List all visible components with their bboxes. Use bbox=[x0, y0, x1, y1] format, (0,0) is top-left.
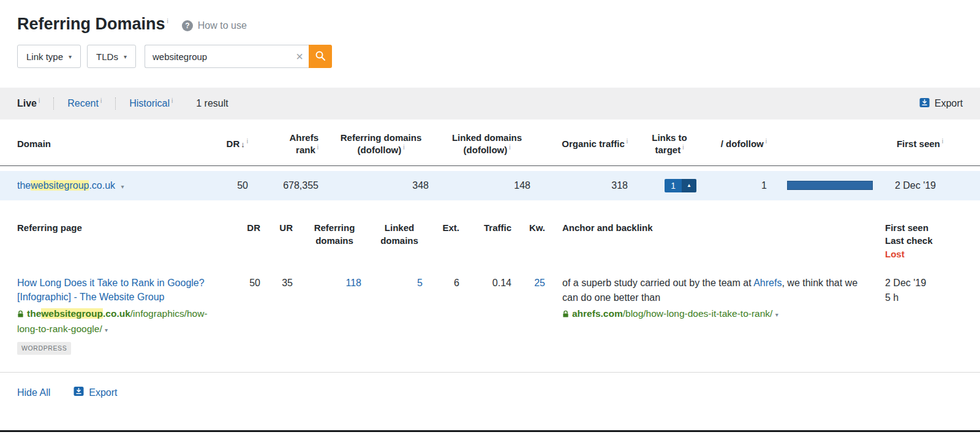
page-bottom-border bbox=[0, 430, 980, 432]
info-icon[interactable]: i bbox=[317, 144, 318, 151]
referring-page-link[interactable]: How Long Does it Take to Rank in Google?… bbox=[17, 276, 208, 304]
col-page-dr-label: DR bbox=[247, 222, 260, 233]
url-prefix: the bbox=[27, 308, 41, 319]
info-icon[interactable]: i bbox=[247, 138, 248, 145]
kw-link[interactable]: 25 bbox=[534, 278, 545, 288]
col-page-dr[interactable]: DR bbox=[242, 221, 268, 235]
footer-export-label: Export bbox=[89, 387, 117, 398]
url-suffix: .co.uk bbox=[103, 308, 130, 319]
col-page-ur[interactable]: UR bbox=[268, 221, 300, 235]
backlink-dropdown-icon[interactable]: ▾ bbox=[775, 311, 778, 318]
info-icon[interactable]: i bbox=[509, 144, 510, 151]
lock-icon bbox=[562, 309, 569, 320]
link-type-dropdown[interactable]: Link type ▾ bbox=[17, 45, 81, 68]
info-icon[interactable]: i bbox=[766, 138, 767, 145]
col-referring-domains[interactable]: Referring domains (dofollow)i bbox=[326, 132, 436, 157]
export-button[interactable]: Export bbox=[919, 97, 963, 110]
info-icon[interactable]: i bbox=[942, 138, 943, 145]
col-page-referring-domains[interactable]: Referring domains bbox=[300, 221, 369, 248]
backlink-path[interactable]: /blog/how-long-does-it-take-to-rank/ bbox=[623, 308, 773, 319]
page-last-check-value: 5 h bbox=[885, 290, 963, 305]
export-icon bbox=[919, 97, 930, 110]
footer-export-button[interactable]: Export bbox=[74, 386, 117, 399]
info-icon[interactable]: i bbox=[100, 97, 102, 104]
tab-historical[interactable]: Historicali bbox=[129, 98, 173, 109]
page-first-seen-value: 2 Dec '19 bbox=[885, 276, 963, 290]
page-referring-domains-link[interactable]: 118 bbox=[345, 278, 361, 288]
col-domain[interactable]: Domain bbox=[17, 138, 202, 150]
col-first-seen[interactable]: First seeni bbox=[880, 138, 963, 150]
tab-recent[interactable]: Recenti bbox=[67, 98, 102, 109]
dr-value: 50 bbox=[202, 180, 255, 191]
domain-highlight: websitegroup bbox=[31, 180, 89, 191]
clear-search-icon[interactable]: × bbox=[296, 50, 303, 63]
export-icon bbox=[74, 386, 84, 399]
links-to-target-badge[interactable]: 1 ▲ bbox=[665, 179, 696, 192]
info-icon[interactable]: i bbox=[403, 144, 404, 151]
info-icon[interactable]: i bbox=[627, 138, 628, 145]
info-icon[interactable]: i bbox=[39, 97, 40, 104]
result-count: 1 result bbox=[196, 98, 228, 109]
tab-live[interactable]: Livei bbox=[17, 98, 40, 109]
export-label: Export bbox=[935, 98, 963, 109]
col-ext[interactable]: Ext. bbox=[430, 221, 467, 235]
col-page-linked-domains[interactable]: Linked domains bbox=[369, 221, 430, 248]
page-linked-domains-link[interactable]: 5 bbox=[417, 278, 423, 288]
page-first-seen-cell: 2 Dec '19 5 h bbox=[876, 276, 963, 305]
sort-desc-icon: ↓ bbox=[241, 140, 245, 149]
col-dr[interactable]: DR↓i bbox=[202, 138, 255, 150]
url-dropdown-icon[interactable]: ▾ bbox=[105, 327, 108, 333]
col-dofollow-label: / dofollow bbox=[721, 138, 764, 149]
col-lost-label: Lost bbox=[885, 249, 905, 259]
search-input[interactable] bbox=[145, 45, 309, 67]
how-to-use-label: How to use bbox=[198, 20, 247, 31]
col-traffic-label: Traffic bbox=[484, 222, 511, 233]
page-title-text: Referring Domains bbox=[17, 15, 165, 33]
col-linked-domains-label-1: Linked domains bbox=[452, 132, 522, 143]
col-ahrefs-rank[interactable]: Ahrefs ranki bbox=[255, 132, 326, 157]
col-page-first-seen-label: First seen bbox=[885, 222, 929, 233]
col-kw[interactable]: Kw. bbox=[519, 221, 552, 235]
col-dofollow[interactable]: / dofollowi bbox=[704, 138, 774, 150]
how-to-use-link[interactable]: ? How to use bbox=[182, 20, 247, 31]
col-referring-domains-label-2: (dofollow) bbox=[358, 145, 402, 155]
ahrefs-rank-value: 678,355 bbox=[255, 180, 326, 191]
backlink-domain: ahrefs.com bbox=[572, 308, 623, 319]
dofollow-bar-cell bbox=[774, 181, 880, 190]
col-first-seen-label: First seen bbox=[897, 138, 940, 149]
linked-domains-value: 148 bbox=[436, 180, 538, 191]
backlink-url: ahrefs.com/blog/how-long-does-it-take-to… bbox=[562, 306, 864, 322]
col-page-first-seen: First seen Last check Lost bbox=[876, 221, 963, 261]
tab-separator bbox=[115, 97, 116, 110]
domain-dropdown-icon[interactable]: ▾ bbox=[121, 183, 124, 190]
col-links-to-target[interactable]: Links to targeti bbox=[635, 132, 704, 157]
domain-link[interactable]: thewebsitegroup.co.uk bbox=[17, 180, 115, 191]
help-glyph: ? bbox=[185, 21, 189, 30]
page-ur-value: 35 bbox=[268, 276, 300, 290]
col-linked-domains[interactable]: Linked domains (dofollow)i bbox=[436, 132, 538, 157]
col-organic-traffic[interactable]: Organic traffici bbox=[538, 138, 635, 150]
anchor-backlink-cell: of a superb study carried out by the tea… bbox=[562, 276, 876, 322]
search-button[interactable] bbox=[309, 45, 332, 68]
search-box: × bbox=[145, 45, 332, 68]
tlds-dropdown[interactable]: TLDs ▾ bbox=[87, 45, 136, 68]
lock-icon bbox=[17, 309, 24, 320]
info-icon[interactable]: i bbox=[682, 144, 684, 151]
pages-table-header: Referring page DR UR Referring domains L… bbox=[0, 221, 980, 261]
hide-all-link[interactable]: Hide All bbox=[17, 387, 50, 398]
col-traffic[interactable]: Traffic bbox=[467, 221, 519, 235]
referring-page-row: How Long Does it Take to Rank in Google?… bbox=[0, 276, 980, 355]
col-anchor-backlink: Anchor and backlink bbox=[562, 221, 876, 235]
col-page-ur-label: UR bbox=[279, 222, 293, 233]
info-icon[interactable]: i bbox=[167, 18, 168, 25]
col-page-referring-domains-label-1: Referring bbox=[314, 222, 355, 233]
anchor-ahrefs-link[interactable]: Ahrefs bbox=[753, 278, 782, 288]
domain-row: thewebsitegroup.co.uk ▾ 50 678,355 348 1… bbox=[0, 171, 980, 200]
tab-historical-label: Historical bbox=[129, 98, 170, 108]
links-to-target-value: 1 bbox=[665, 179, 682, 192]
tab-recent-label: Recent bbox=[67, 98, 99, 108]
info-icon[interactable]: i bbox=[172, 97, 173, 104]
report-header: Referring Domainsi ? How to use bbox=[0, 0, 980, 34]
col-referring-page[interactable]: Referring page bbox=[17, 221, 242, 235]
col-page-referring-domains-label-2: domains bbox=[315, 235, 353, 246]
